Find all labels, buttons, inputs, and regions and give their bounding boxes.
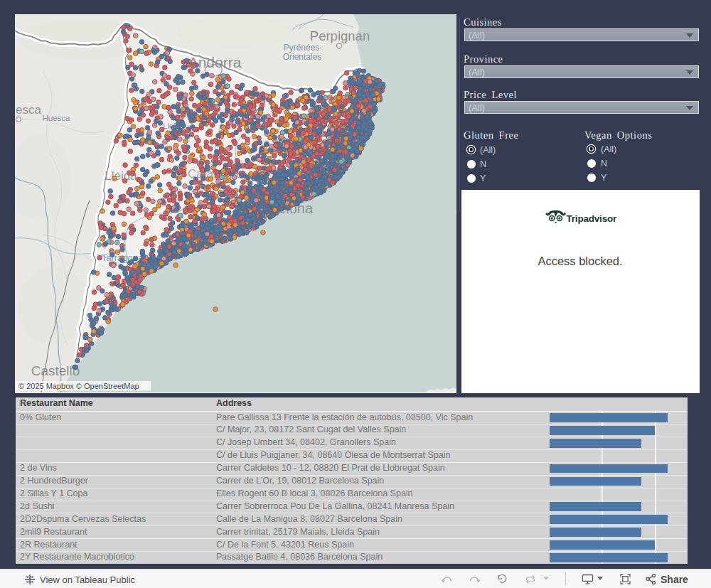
svg-text:Pyrénées-: Pyrénées- <box>284 43 323 53</box>
svg-text:Tripadvisor: Tripadvisor <box>567 213 618 224</box>
svg-text:Huesca: Huesca <box>43 114 71 122</box>
svg-text:Perpignan: Perpignan <box>310 28 370 43</box>
svg-text:Andorra: Andorra <box>188 54 242 70</box>
svg-text:Orientales: Orientales <box>283 52 322 62</box>
svg-text:esca: esca <box>16 103 41 117</box>
svg-text:© 2025 Mapbox © OpenStreetMap: © 2025 Mapbox © OpenStreetMap <box>18 382 139 390</box>
svg-text:Access blocked.: Access blocked. <box>538 255 622 267</box>
